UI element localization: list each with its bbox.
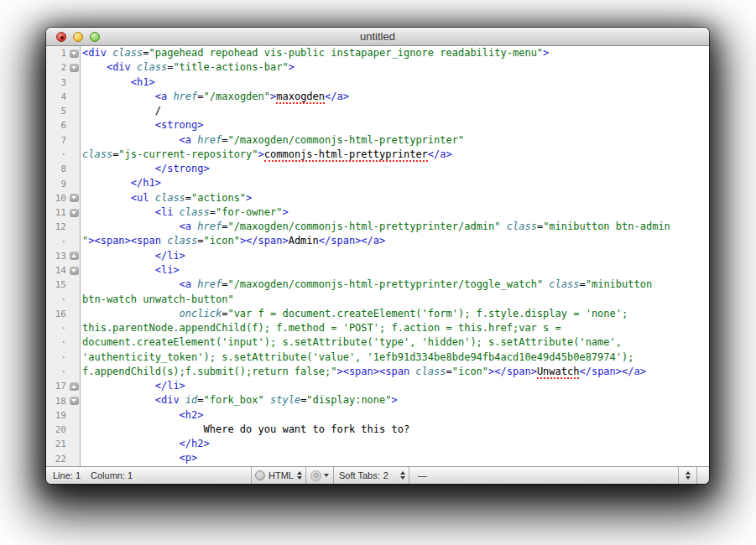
code-line[interactable]: "><span><span class="icon"></span>Admin<… xyxy=(82,234,709,248)
gutter-row: · xyxy=(46,365,80,379)
code-line[interactable]: <a href="/maxogden/commonjs-html-prettyp… xyxy=(82,133,709,148)
code-token: "for-owner" xyxy=(216,206,282,218)
code-line[interactable]: </li> xyxy=(82,249,709,263)
fold-arrow-icon[interactable] xyxy=(68,393,80,407)
code-line[interactable]: <div id="fork_box" style="display:none"> xyxy=(82,393,709,407)
code-line[interactable]: <a href="/maxogden/commonjs-html-prettyp… xyxy=(82,220,709,234)
code-token: <h2> xyxy=(180,409,204,421)
code-token: Where do you want to fork this to? xyxy=(204,423,410,435)
wrap-marker: · xyxy=(46,337,68,348)
language-stepper-icon xyxy=(297,471,302,480)
actions-menu-button[interactable]: ⚙ xyxy=(306,467,334,484)
code-line[interactable]: </h1> xyxy=(82,176,709,190)
wrap-marker: · xyxy=(46,352,68,363)
code-line[interactable]: Where do you want to fork this to? xyxy=(82,423,709,437)
symbol-popup[interactable]: — xyxy=(409,467,679,484)
fold-arrow-icon[interactable] xyxy=(68,60,80,75)
language-popup[interactable]: HTML xyxy=(252,467,306,484)
code-token: class xyxy=(549,278,579,290)
code-token: </strong> xyxy=(155,163,210,174)
code-line[interactable]: <p> xyxy=(82,451,709,465)
fold-arrow-icon[interactable] xyxy=(68,263,80,278)
fold-arrow-icon[interactable] xyxy=(68,379,80,393)
code-line[interactable]: </strong> xyxy=(82,162,709,176)
code-token: / xyxy=(155,105,161,117)
code-token: "/maxogden/commonjs-html-prettyprinter/a… xyxy=(227,221,500,232)
line-number: 8 xyxy=(46,164,68,174)
gutter-row: 3 xyxy=(46,75,80,90)
code-token: class xyxy=(155,192,185,204)
code-pane[interactable]: <div class="pagehead repohead vis-public… xyxy=(81,46,709,466)
code-line[interactable]: this.parentNode.appendChild(f); f.method… xyxy=(82,321,709,335)
code-token: <li> xyxy=(155,264,180,276)
fold-spacer xyxy=(68,133,80,148)
code-line[interactable]: btn-watch unwatch-button" xyxy=(82,293,709,307)
code-line[interactable]: <a href="/maxogden">maxogden</a> xyxy=(82,90,709,104)
fold-spacer xyxy=(68,307,80,321)
fold-arrow-icon[interactable] xyxy=(68,191,80,205)
code-token: > xyxy=(282,206,288,218)
fold-spacer xyxy=(68,148,80,162)
code-line[interactable]: <li> xyxy=(82,263,709,278)
code-line[interactable]: <h1> xyxy=(82,75,709,90)
code-token: "var f = document.createElement('form');… xyxy=(227,308,628,319)
code-line[interactable]: <li class="for-owner"> xyxy=(82,205,709,220)
soft-tabs-control[interactable]: Soft Tabs: 2 xyxy=(334,467,409,484)
code-line[interactable]: 'authenticity_token'); s.setAttribute('v… xyxy=(82,350,709,365)
code-line[interactable]: </li> xyxy=(82,379,709,393)
code-line[interactable]: <ul class="actions"> xyxy=(82,191,709,205)
fold-spacer xyxy=(68,321,80,335)
gutter-row: 5 xyxy=(46,104,80,118)
code-line[interactable]: <h2> xyxy=(82,408,709,423)
code-line[interactable]: onclick="var f = document.createElement(… xyxy=(82,307,709,321)
code-line[interactable]: </h2> xyxy=(82,437,709,451)
code-token: class xyxy=(167,235,197,247)
line-number: 2 xyxy=(46,62,68,73)
fold-spacer xyxy=(68,408,80,423)
code-line[interactable]: <div class="title-actions-bar"> xyxy=(82,60,709,75)
fold-arrow-icon[interactable] xyxy=(68,205,80,220)
code-token xyxy=(264,394,270,406)
code-token: "fork_box" xyxy=(204,394,264,406)
fold-spacer xyxy=(68,451,80,465)
code-token: 'authenticity_token'); s.setAttribute('v… xyxy=(82,351,633,363)
code-token: <a xyxy=(180,278,198,290)
fold-spacer xyxy=(68,335,80,350)
code-token: ><span><span xyxy=(88,235,167,247)
code-line[interactable]: / xyxy=(82,104,709,118)
code-token: </a> xyxy=(428,148,452,160)
code-token: btn-watch unwatch-button" xyxy=(82,293,234,305)
line-number: 10 xyxy=(46,193,68,204)
code-line[interactable]: <div class="pagehead repohead vis-public… xyxy=(82,46,709,60)
code-line[interactable]: class="js-current-repository">commonjs-h… xyxy=(82,148,709,162)
code-token: </li> xyxy=(155,250,185,262)
code-line[interactable]: <strong> xyxy=(82,118,709,132)
gutter-row: 21 xyxy=(46,437,80,451)
title-bar[interactable]: untitled xyxy=(46,28,709,46)
gutter-row: 9 xyxy=(46,176,80,190)
fold-arrow-icon[interactable] xyxy=(68,249,80,263)
code-token: f.appendChild(s);f.submit();return false… xyxy=(82,366,336,377)
dropdown-arrow-icon xyxy=(324,474,329,477)
line-number: 14 xyxy=(46,265,68,276)
screenshot-stage: untitled 1234567·89101112·131415·16····1… xyxy=(0,0,756,545)
soft-tabs-value: 2 xyxy=(383,470,388,480)
code-line[interactable]: document.createElement('input'); s.setAt… xyxy=(82,335,709,350)
code-token: = xyxy=(197,91,203,102)
line-number: 19 xyxy=(46,410,68,421)
gutter-row: · xyxy=(46,321,80,335)
line-number: 6 xyxy=(46,120,68,131)
code-token: href xyxy=(197,221,222,232)
code-line[interactable]: <a href="/maxogden/commonjs-html-prettyp… xyxy=(82,278,709,292)
gutter: 1234567·89101112·131415·16····1718192021… xyxy=(46,46,81,466)
code-token: > xyxy=(258,148,264,160)
code-token: "minibutton xyxy=(586,278,652,290)
wrap-marker: · xyxy=(46,149,68,160)
gutter-row: · xyxy=(46,148,80,162)
code-token: href xyxy=(197,134,222,146)
code-token: <div xyxy=(107,61,137,73)
fold-arrow-icon[interactable] xyxy=(68,46,80,60)
code-line[interactable]: f.appendChild(s);f.submit();return false… xyxy=(82,365,709,379)
right-stepper[interactable] xyxy=(679,467,697,484)
code-token: <strong> xyxy=(155,119,204,131)
